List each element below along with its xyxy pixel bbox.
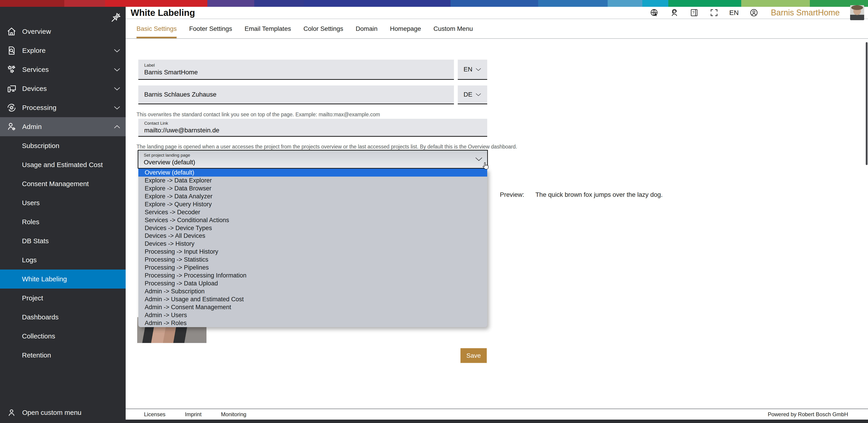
sidebar-subitem-label: Collections bbox=[22, 332, 55, 340]
globe-icon[interactable] bbox=[650, 8, 659, 18]
landing-option[interactable]: Processing -> Input History bbox=[138, 248, 487, 256]
sidebar-subitem-label: Subscription bbox=[22, 142, 59, 150]
fullscreen-icon[interactable] bbox=[709, 8, 719, 18]
chevron-down-icon bbox=[114, 106, 120, 110]
support-headset-icon[interactable] bbox=[670, 8, 679, 18]
landing-option[interactable]: Devices -> Device Types bbox=[138, 224, 487, 232]
sidebar-item-processing[interactable]: Processing bbox=[0, 98, 126, 117]
sidebar-subitem[interactable]: DB Stats bbox=[0, 231, 126, 251]
save-button[interactable]: Save bbox=[461, 348, 487, 363]
admin-submenu: Subscription Usage and Estimated Cost Co… bbox=[0, 136, 126, 365]
project-brand-name[interactable]: Barnis SmartHome bbox=[771, 8, 840, 18]
tab[interactable]: Homepage bbox=[390, 19, 421, 38]
sidebar-item-services[interactable]: Services bbox=[0, 60, 126, 79]
devices-icon bbox=[6, 83, 17, 94]
language-selector[interactable]: EN bbox=[729, 9, 739, 17]
preview-text: The quick brown fox jumps over the lazy … bbox=[535, 191, 663, 198]
landing-option[interactable]: Admin -> Usage and Estimated Cost bbox=[138, 295, 487, 303]
open-custom-menu-label: Open custom menu bbox=[22, 409, 82, 417]
bottom-bar bbox=[126, 420, 868, 423]
sidebar-subitem[interactable]: White Labeling bbox=[0, 270, 126, 288]
chevron-down-icon bbox=[475, 68, 481, 71]
tabs-bar: Basic SettingsFooter SettingsEmail Templ… bbox=[126, 19, 868, 39]
field-value: mailto://uwe@barnstein.de bbox=[144, 127, 487, 134]
sidebar-subitem[interactable]: Dashboards bbox=[0, 308, 126, 327]
label-en-lang-select[interactable]: EN bbox=[458, 60, 487, 80]
sidebar-item-label: Devices bbox=[22, 85, 47, 92]
chevron-down-icon bbox=[475, 157, 483, 161]
sidebar-subitem[interactable]: Usage and Estimated Cost bbox=[0, 155, 126, 174]
sidebar-subitem-label: Consent Management bbox=[22, 180, 89, 188]
sidebar-subitem[interactable]: Users bbox=[0, 193, 126, 213]
sidebar-subitem[interactable]: Project bbox=[0, 288, 126, 308]
footer-link[interactable]: Licenses bbox=[144, 411, 165, 418]
sidebar-subitem[interactable]: Consent Management bbox=[0, 174, 126, 193]
landing-option[interactable]: Explore -> Data Explorer bbox=[138, 177, 487, 185]
landing-option[interactable]: Admin -> Subscription bbox=[138, 287, 487, 295]
landing-page-select[interactable]: Set project landing page Overview (defau… bbox=[138, 150, 488, 169]
tab[interactable]: Basic Settings bbox=[136, 19, 177, 38]
label-de-field[interactable]: Barnis Schlaues Zuhause bbox=[138, 85, 454, 104]
sidebar-nav: Overview Explore Service bbox=[0, 22, 126, 365]
sidebar-subitem-label: Project bbox=[22, 294, 43, 302]
landing-option[interactable]: Admin -> Roles bbox=[138, 319, 487, 327]
sidebar-subitem-label: Users bbox=[22, 199, 40, 207]
contact-link-hint: This overwrites the standard contact lin… bbox=[136, 112, 380, 118]
tab[interactable]: Domain bbox=[356, 19, 377, 38]
landing-option[interactable]: Processing -> Statistics bbox=[138, 256, 487, 264]
user-avatar[interactable] bbox=[850, 5, 864, 20]
tab[interactable]: Footer Settings bbox=[189, 19, 232, 38]
header-actions: ? EN Barnis SmartHome bbox=[650, 5, 864, 20]
sidebar-item-overview[interactable]: Overview bbox=[0, 22, 126, 41]
landing-option[interactable]: Explore -> Query History bbox=[138, 200, 487, 208]
landing-page-hint: The landing page is opened when a user a… bbox=[136, 144, 517, 150]
dropdown-scrollbar[interactable] bbox=[866, 42, 868, 165]
landing-page-dropdown: Overview (default)Explore -> Data Explor… bbox=[138, 169, 487, 327]
preview-row: Preview: The quick brown fox jumps over … bbox=[500, 191, 663, 198]
label-de-lang-select[interactable]: DE bbox=[458, 85, 487, 104]
landing-option[interactable]: Explore -> Data Browser bbox=[138, 185, 487, 193]
footer-link[interactable]: Imprint bbox=[185, 411, 202, 418]
sidebar-item-explore[interactable]: Explore bbox=[0, 41, 126, 60]
footer: LicensesImprintMonitoring Powered by Rob… bbox=[126, 408, 868, 420]
landing-option[interactable]: Services -> Decoder bbox=[138, 208, 487, 216]
field-value: Barnis Schlaues Zuhause bbox=[144, 91, 454, 98]
sidebar-subitem-label: Usage and Estimated Cost bbox=[22, 161, 103, 169]
label-en-field[interactable]: Label Barnis SmartHome bbox=[138, 60, 454, 80]
landing-option[interactable]: Explore -> Data Analyzer bbox=[138, 193, 487, 200]
sidebar-item-label: Overview bbox=[22, 28, 51, 35]
sidebar-subitem-label: Retention bbox=[22, 351, 51, 359]
manual-help-icon[interactable]: ? bbox=[689, 8, 699, 18]
home-icon bbox=[6, 26, 17, 37]
tab[interactable]: Custom Menu bbox=[434, 19, 473, 38]
contact-link-field[interactable]: Contact Link mailto://uwe@barnstein.de bbox=[138, 119, 487, 137]
landing-option[interactable]: Processing -> Data Upload bbox=[138, 280, 487, 287]
sidebar-item-label: Processing bbox=[22, 104, 56, 112]
sidebar-item-devices[interactable]: Devices bbox=[0, 79, 126, 98]
tab[interactable]: Email Templates bbox=[245, 19, 291, 38]
sidebar-item-admin[interactable]: Admin bbox=[0, 117, 126, 136]
tab[interactable]: Color Settings bbox=[303, 19, 343, 38]
landing-option[interactable]: Admin -> Users bbox=[138, 311, 487, 319]
footer-link[interactable]: Monitoring bbox=[221, 411, 246, 418]
chevron-down-icon bbox=[114, 49, 120, 53]
landing-option[interactable]: Services -> Conditional Actions bbox=[138, 216, 487, 224]
select-label: Set project landing page bbox=[144, 153, 487, 158]
account-icon[interactable] bbox=[749, 8, 758, 18]
sidebar-subitem[interactable]: Collections bbox=[0, 327, 126, 346]
landing-option[interactable]: Processing -> Processing Information bbox=[138, 272, 487, 280]
sidebar-subitem-label: Roles bbox=[22, 218, 39, 226]
landing-option[interactable]: Devices -> All Devices bbox=[138, 232, 487, 240]
landing-option[interactable]: Admin -> Consent Management bbox=[138, 303, 487, 311]
basic-settings-panel: Label Barnis SmartHome EN Barnis Schlaue… bbox=[126, 39, 868, 423]
sidebar-subitem[interactable]: Logs bbox=[0, 251, 126, 270]
landing-option[interactable]: Processing -> Pipelines bbox=[138, 264, 487, 272]
sidebar-subitem[interactable]: Retention bbox=[0, 346, 126, 365]
landing-option[interactable]: Overview (default) bbox=[138, 169, 487, 177]
sidebar-subitem[interactable]: Subscription bbox=[0, 136, 126, 155]
open-custom-menu-button[interactable]: Open custom menu bbox=[0, 402, 126, 423]
landing-option[interactable]: Devices -> History bbox=[138, 240, 487, 248]
svg-text:?: ? bbox=[692, 11, 694, 15]
sidebar-subitem[interactable]: Roles bbox=[0, 213, 126, 231]
sidebar-item-label: Explore bbox=[22, 47, 46, 54]
